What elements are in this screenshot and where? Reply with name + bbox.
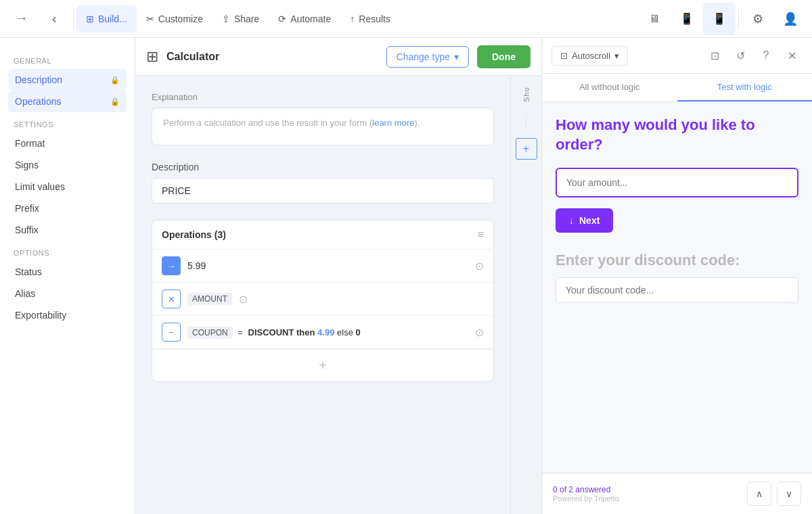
- operation-row-2: ✕ AMOUNT ⊙: [152, 283, 493, 316]
- op3-condition: COUPON = DISCOUNT then 4.99 else 0: [187, 327, 468, 337]
- op2-x-icon[interactable]: ✕: [162, 289, 181, 308]
- operations-box: Operations (3) ≡ → 5.99 ⊙ ✕ AMOUNT: [152, 220, 494, 382]
- op1-arrow-icon[interactable]: →: [162, 256, 181, 275]
- calc-icon: ⊞: [146, 48, 158, 66]
- content-layout: ⊞ Calculator Change type ▾ Done Explanat…: [135, 38, 812, 514]
- preview-next-button[interactable]: ↓ Next: [556, 208, 613, 233]
- tab-all-without-logic[interactable]: All without logic: [542, 74, 677, 101]
- back-button[interactable]: ‹: [38, 3, 70, 35]
- op1-menu-btn[interactable]: ⊙: [475, 260, 484, 273]
- op3-menu-btn[interactable]: ⊙: [475, 326, 484, 339]
- explanation-section-label: Explanation: [152, 92, 494, 102]
- desktop-view-btn[interactable]: 🖥: [638, 3, 671, 35]
- automate-icon: ⟳: [278, 14, 286, 24]
- general-label: General: [14, 57, 127, 65]
- sidebar-item-exportability[interactable]: Exportability: [8, 304, 127, 326]
- logic-tabs: All without logic Test with logic: [542, 74, 812, 102]
- sidebar-item-limit-values[interactable]: Limit values: [8, 176, 127, 197]
- chevron-down-icon: ▾: [454, 51, 459, 62]
- tablet-view-btn[interactable]: 📱: [671, 3, 703, 35]
- signs-label: Signs: [15, 160, 39, 170]
- tab-test-with-logic-label: Test with logic: [717, 82, 772, 92]
- op3-equals: =: [238, 327, 245, 337]
- status-label: Status: [15, 266, 42, 277]
- op3-minus-icon[interactable]: −: [162, 323, 181, 342]
- op3-else-value: 0: [355, 327, 360, 337]
- nav-tab-customize[interactable]: ✂ Customize: [137, 5, 212, 32]
- change-type-button[interactable]: Change type ▾: [386, 46, 469, 68]
- sidebar-item-prefix[interactable]: Prefix: [8, 197, 127, 219]
- nav-tab-share[interactable]: ⇪ Share: [212, 5, 269, 32]
- sidebar-item-signs[interactable]: Signs: [8, 154, 127, 176]
- strip-divider: [526, 115, 526, 128]
- op2-menu-btn[interactable]: ⊙: [239, 293, 248, 306]
- ops-menu-icon[interactable]: ≡: [478, 229, 484, 241]
- suffix-label: Suffix: [15, 225, 39, 235]
- share-icon: ⇪: [222, 14, 230, 24]
- operations-label: Operations: [15, 96, 61, 107]
- autoscroll-label: Autoscroll: [572, 51, 610, 61]
- preview-amount-input[interactable]: [556, 168, 798, 197]
- preview-toolbar: ⊡ Autoscroll ▾ ⊡ ↺ ? ✕: [542, 38, 812, 74]
- change-type-label: Change type: [397, 51, 450, 62]
- refresh-button[interactable]: ↺: [729, 45, 751, 66]
- description-section-label: Description: [152, 162, 494, 172]
- mobile-view-btn[interactable]: 📱: [703, 3, 736, 35]
- op3-coupon-tag: COUPON: [187, 327, 233, 339]
- answered-text: 0 of 2 answered: [553, 485, 619, 494]
- learn-more-link[interactable]: learn more: [372, 118, 414, 128]
- customize-icon: ✂: [146, 14, 154, 24]
- footer-nav-up-button[interactable]: ∧: [747, 482, 771, 506]
- sidebar-item-suffix[interactable]: Suffix: [8, 219, 127, 241]
- help-button[interactable]: ?: [755, 45, 777, 66]
- done-button[interactable]: Done: [477, 45, 531, 68]
- automate-tab-label: Automate: [290, 14, 331, 24]
- explanation-text: Perform a calculation and use the result…: [163, 118, 420, 128]
- add-operation-button[interactable]: +: [152, 349, 493, 381]
- sidebar-item-operations[interactable]: Operations 🔒: [8, 91, 127, 112]
- nav-tab-automate[interactable]: ⟳ Automate: [269, 5, 340, 32]
- sidebar: General Description 🔒 Operations 🔒 Setti…: [0, 38, 135, 514]
- strip-show-icon[interactable]: Sho: [516, 84, 537, 106]
- op1-value: 5.99: [187, 260, 468, 271]
- preview-toolbar-right: ⊡ ↺ ? ✕: [704, 45, 803, 66]
- tab-test-with-logic[interactable]: Test with logic: [677, 74, 813, 101]
- strip-add-icon[interactable]: +: [516, 138, 537, 160]
- operation-row-1: → 5.99 ⊙: [152, 250, 493, 283]
- sidebar-item-alias[interactable]: Alias: [8, 283, 127, 304]
- sidebar-item-format[interactable]: Format: [8, 133, 127, 154]
- user-button[interactable]: 👤: [774, 3, 807, 35]
- hamburger-button[interactable]: →: [5, 3, 38, 35]
- powered-text: Powered by Tripetto: [553, 494, 619, 503]
- settings-button[interactable]: ⚙: [742, 3, 774, 35]
- calc-header: ⊞ Calculator Change type ▾ Done: [135, 38, 541, 76]
- close-preview-button[interactable]: ✕: [781, 45, 803, 66]
- copy-button[interactable]: ⊡: [704, 45, 725, 66]
- tab-all-without-logic-label: All without logic: [579, 82, 640, 92]
- autoscroll-icon: ⊡: [560, 51, 568, 61]
- preview-discount-input[interactable]: [556, 277, 798, 303]
- calc-title: Calculator: [166, 51, 378, 63]
- operations-lock-icon: 🔒: [110, 97, 120, 106]
- nav-tab-results[interactable]: ↑ Results: [340, 5, 400, 32]
- prefix-label: Prefix: [15, 203, 39, 214]
- sidebar-item-status[interactable]: Status: [8, 261, 127, 283]
- preview-discount-label: Enter your discount code:: [556, 252, 798, 269]
- footer-nav-down-button[interactable]: ∨: [777, 482, 801, 506]
- preview-question: How many would you like to order?: [556, 116, 798, 154]
- op2-amount-tag: AMOUNT: [187, 293, 232, 305]
- nav-tab-build[interactable]: ⊞ Build...: [76, 5, 137, 32]
- autoscroll-chevron-icon: ▾: [614, 51, 619, 61]
- description-input[interactable]: [152, 178, 494, 204]
- op3-then-value: 4.99: [317, 327, 334, 337]
- autoscroll-button[interactable]: ⊡ Autoscroll ▾: [551, 46, 628, 66]
- preview-content: How many would you like to order? ↓ Next…: [542, 102, 812, 473]
- plus-icon: +: [319, 358, 327, 373]
- operations-header: Operations (3) ≡: [152, 220, 493, 250]
- settings-label: Settings: [14, 120, 127, 128]
- right-panel: ⊡ Autoscroll ▾ ⊡ ↺ ? ✕ All without logic…: [541, 38, 812, 514]
- top-nav: → ‹ ⊞ Build... ✂ Customize ⇪ Share ⟳ Aut…: [0, 0, 812, 38]
- sidebar-item-description[interactable]: Description 🔒: [8, 69, 127, 91]
- explanation-box: Perform a calculation and use the result…: [152, 108, 494, 145]
- hamburger-icon: →: [16, 11, 28, 26]
